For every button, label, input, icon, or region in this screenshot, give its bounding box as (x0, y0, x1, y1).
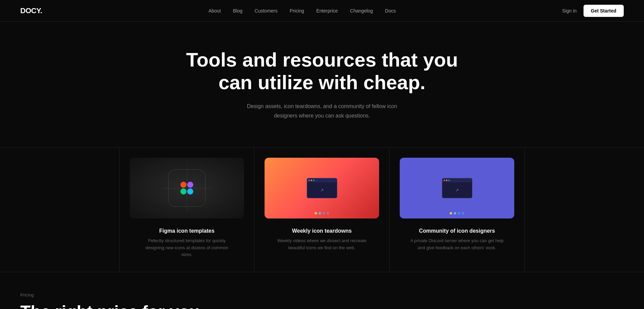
card-weekly-image: ↗ (265, 158, 379, 218)
community-screen-body: ↗ (442, 182, 472, 198)
community-dots-row (450, 212, 464, 214)
card-figma-title: Figma icon templates (159, 228, 215, 234)
hero-title: Tools and resources that you can utilize… (177, 49, 467, 94)
community-dot-yellow (450, 212, 452, 214)
card-figma-description: Pefectly structured templates for quickl… (140, 237, 234, 258)
card-community-description: A private Discord server where you can g… (410, 237, 504, 252)
nav-link-changelog[interactable]: Changelog (350, 8, 373, 14)
screen-dot-red (308, 180, 310, 181)
figma-illustration (167, 168, 207, 208)
card-weekly-title: Weekly icon teardowns (292, 228, 352, 234)
community-dot-green (448, 180, 450, 181)
nav-link-about[interactable]: About (208, 8, 221, 14)
figma-dot-green (180, 188, 187, 195)
nav-link-enterprice[interactable]: Enterprice (316, 8, 338, 14)
figma-logo (180, 182, 193, 195)
cards-section: Figma icon templates Pefectly structured… (0, 147, 644, 272)
screen-box: ↗ (307, 178, 337, 198)
nav-right: Sign in Get Started (562, 5, 624, 17)
dot-yellow (315, 212, 317, 214)
nav-link-docs[interactable]: Docs (385, 8, 396, 14)
community-monitor-illustration: ↗ (442, 158, 472, 218)
nav-link-pricing[interactable]: Pricing (290, 8, 304, 14)
dot-blue-muted (323, 212, 325, 214)
card-community-image: ↗ (400, 158, 514, 218)
card-figma-image (130, 158, 244, 218)
nav-logo[interactable]: DOCY. (20, 6, 42, 15)
community-dot-blue (454, 212, 456, 214)
sign-in-button[interactable]: Sign in (562, 8, 577, 14)
card-community-title: Community of icon designers (419, 228, 495, 234)
screen-dot-yellow (311, 180, 312, 181)
screen-bar (307, 178, 337, 182)
navbar: DOCY. About Blog Customers Pricing Enter… (0, 0, 644, 22)
pricing-title: The right price for you (20, 302, 624, 309)
dot-blue (319, 212, 321, 214)
cursor-icon: ↗ (320, 188, 324, 192)
community-dot-yellow (446, 180, 447, 181)
screen-body: ↗ (307, 182, 337, 198)
community-cursor-icon: ↗ (455, 188, 459, 192)
hero-subtitle: Design assets, icon teardowns, and a com… (238, 102, 406, 120)
figma-dot-blue (187, 188, 193, 195)
community-dot-red (444, 180, 445, 181)
dot-blue-muted2 (327, 212, 329, 214)
nav-link-blog[interactable]: Blog (233, 8, 243, 14)
figma-dot-purple (187, 182, 193, 188)
weekly-monitor-illustration: ↗ (307, 158, 337, 218)
card-weekly-description: Weekly videos where we dissect and recre… (275, 237, 369, 252)
screen-dots-row (315, 212, 329, 214)
nav-links: About Blog Customers Pricing Enterprice … (208, 8, 396, 14)
community-dot-blue-muted (458, 212, 460, 214)
nav-link-customers[interactable]: Customers (255, 8, 278, 14)
pricing-section: Pricing The right price for you (0, 272, 644, 309)
community-dot-blue-muted2 (462, 212, 464, 214)
community-screen-box: ↗ (442, 178, 472, 198)
card-weekly: ↗ Weekly icon teardowns Weekly videos wh… (254, 148, 390, 272)
screen-dot-green (313, 180, 315, 181)
community-screen-bar (442, 178, 472, 182)
card-figma: Figma icon templates Pefectly structured… (119, 148, 254, 272)
card-community: ↗ Community of icon designers A private … (390, 148, 525, 272)
pricing-label: Pricing (20, 292, 624, 298)
hero-section: Tools and resources that you can utilize… (170, 22, 474, 140)
get-started-button[interactable]: Get Started (584, 5, 624, 17)
figma-dot-red (180, 182, 187, 188)
